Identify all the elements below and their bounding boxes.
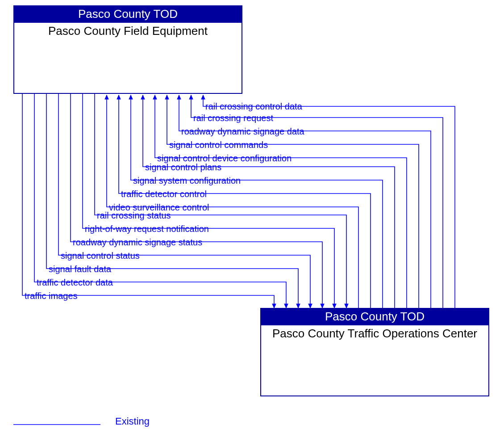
flow-label: signal control plans <box>145 163 221 172</box>
flow-label: traffic detector control <box>121 189 207 198</box>
legend-line-existing <box>13 420 103 429</box>
flow-label: signal control device configuration <box>157 154 292 163</box>
flow-label: rail crossing status <box>97 211 171 220</box>
flow-label: rail crossing control data <box>205 102 302 111</box>
flow-lines <box>0 0 504 446</box>
flow-label: traffic images <box>25 291 78 300</box>
flow-label: right-of-way request notification <box>85 224 209 233</box>
legend-label-existing: Existing <box>115 416 150 427</box>
flow-label: roadway dynamic signage data <box>181 127 304 136</box>
flow-label: rail crossing request <box>193 114 273 122</box>
flow-label: signal fault data <box>49 265 111 273</box>
flow-label: traffic detector data <box>37 278 113 287</box>
flow-label: roadway dynamic signage status <box>73 238 202 247</box>
flow-label: signal system configuration <box>133 176 241 185</box>
flow-label: signal control status <box>61 251 140 260</box>
flow-label: signal control commands <box>169 140 268 149</box>
